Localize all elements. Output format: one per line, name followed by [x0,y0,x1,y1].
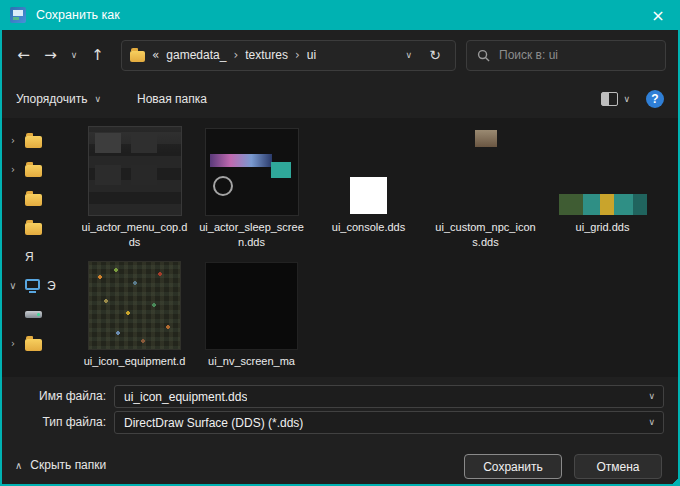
chevron-up-icon: ∧ [15,460,22,471]
save-as-dialog: Сохранить как × ← → ∨ ↑ « gamedata_ › te… [0,0,680,486]
filename-value: ui_icon_equipment.dds [124,390,247,404]
file-item-ui-actor-sleep[interactable]: ui_actor_sleep_screen.dds [193,122,310,256]
tree-item-label: Я [25,250,34,264]
thumbnail-wrap [427,122,544,216]
folder-icon [25,165,42,177]
folder-icon [25,136,42,148]
window-title: Сохранить как [36,8,120,22]
tree-item-this-pc[interactable]: ∨ Э [2,271,70,300]
file-item-ui-custom-npc[interactable]: ui_custom_npc_icons.dds [427,122,544,256]
search-box[interactable]: Поиск в: ui [466,40,666,71]
file-item-ui-actor-menu[interactable]: ui_actor_menu_cop.dds [76,122,193,256]
thumbnail-wrap [76,122,193,216]
refresh-button[interactable]: ↻ [423,47,447,63]
back-button[interactable]: ← [10,41,37,69]
breadcrumb-item-gamedata[interactable]: gamedata_ [166,48,226,62]
folder-icon [130,51,145,62]
computer-icon [25,279,40,290]
file-name: ui_nv_screen_ma [199,354,305,369]
thumbnail-wrap [193,122,310,216]
forward-button[interactable]: → [37,41,64,69]
filetype-combobox[interactable]: DirectDraw Surface (DDS) (*.dds) ∨ [114,411,664,434]
file-name: ui_actor_sleep_screen.dds [199,220,305,250]
color-segment [633,194,647,215]
cancel-button[interactable]: Отмена [574,454,662,479]
thumbnail-icon-spritesheet [88,261,181,350]
folder-icon [25,339,42,351]
hide-folders-button[interactable]: ∧ Скрыть папки [15,458,106,472]
filename-label: Имя файла: [2,385,106,408]
filename-combobox[interactable]: ui_icon_equipment.dds ∨ [114,385,664,408]
expander-chevron-icon[interactable]: ∨ [8,280,18,291]
tree-item-folder[interactable]: › [2,126,70,155]
folder-icon [25,223,42,235]
thumbnail-detail-block [271,162,291,178]
breadcrumb-overflow-icon[interactable]: « [152,48,159,62]
organize-menu-button[interactable]: Упорядочить ∨ [16,92,101,106]
thumbnail-wrap [310,122,427,216]
expander-chevron-icon[interactable]: › [8,338,18,349]
color-segment [583,194,600,215]
filename-row: Имя файла: ui_icon_equipment.dds ∨ [2,385,678,408]
address-dropdown-chevron-icon[interactable]: ∨ [401,50,416,60]
app-icon [10,7,26,23]
thumbnail-npc-portrait [475,130,497,147]
drive-icon [25,311,42,318]
filetype-row: Тип файла: DirectDraw Surface (DDS) (*.d… [2,411,678,434]
file-name: ui_icon_equipment.dds [82,354,188,370]
breadcrumb-separator-icon: › [295,48,300,62]
color-segment [614,194,633,215]
file-item-ui-nv-screen[interactable]: ui_nv_screen_ma [193,256,310,370]
address-bar[interactable]: « gamedata_ › textures › ui ∨ ↻ [121,40,456,71]
file-item-ui-grid[interactable]: ui_grid.dds [544,122,661,256]
thumbnail-black-texture [205,262,298,350]
folder-tree: › › Я ∨ Э [2,118,70,377]
thumbnail-wrap [544,122,661,216]
thumbnail-sleep-screen-texture [205,128,299,216]
expander-chevron-icon[interactable]: › [8,135,18,146]
resize-grip[interactable] [668,474,678,484]
save-button[interactable]: Сохранить [464,454,562,479]
file-item-ui-console[interactable]: ui_console.dds [310,122,427,256]
tree-item-folder[interactable] [2,184,70,213]
tree-item-folder[interactable]: › [2,329,70,358]
file-list: ui_actor_menu_cop.dds ui_actor_sleep_scr… [76,122,668,370]
chevron-down-icon: ∨ [623,94,630,104]
help-button[interactable]: ? [646,90,664,108]
breadcrumb-separator-icon: › [233,48,238,62]
chevron-down-icon: ∨ [94,94,101,104]
tree-item-folder[interactable] [2,213,70,242]
tree-item-drive[interactable] [2,300,70,329]
hide-folders-label: Скрыть папки [30,458,106,472]
thumbnail-white-square [350,177,387,214]
color-segment [559,194,583,215]
file-name: ui_console.dds [316,220,422,235]
view-icon [601,92,618,106]
view-options-button[interactable]: ∨ [601,92,630,106]
titlebar: Сохранить как × [0,0,680,30]
tree-item-ya[interactable]: Я [2,242,70,271]
thumbnail-wrap [76,256,193,350]
breadcrumb-item-ui[interactable]: ui [307,48,316,62]
up-button[interactable]: ↑ [84,41,111,69]
chevron-down-icon[interactable]: ∨ [648,386,655,407]
expander-chevron-icon[interactable]: › [8,164,18,175]
chevron-down-icon[interactable]: ∨ [648,412,655,433]
navigation-bar: ← → ∨ ↑ « gamedata_ › textures › ui ∨ ↻ … [2,30,678,80]
search-icon [477,49,490,62]
organize-label: Упорядочить [16,92,87,106]
tree-item-folder[interactable]: › [2,155,70,184]
thumbnail-color-strip [559,194,647,215]
thumbnail-detail-strip [210,154,272,167]
content-area: › › Я ∨ Э [2,118,678,377]
tree-item-label: Э [47,279,56,293]
file-name: ui_grid.dds [550,220,656,235]
close-button[interactable]: × [636,0,680,30]
search-placeholder: Поиск в: ui [499,48,558,62]
thumbnail-detail-ring [213,176,233,196]
breadcrumb-item-textures[interactable]: textures [245,48,288,62]
file-item-ui-icon-equipment[interactable]: ui_icon_equipment.dds [76,256,193,370]
new-folder-button[interactable]: Новая папка [137,92,207,106]
command-toolbar: Упорядочить ∨ Новая папка ∨ ? [2,80,678,118]
recent-locations-chevron-icon[interactable]: ∨ [64,41,84,69]
